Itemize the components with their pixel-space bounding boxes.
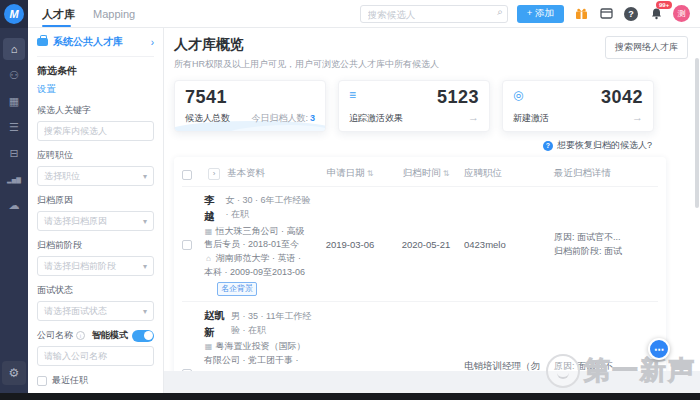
stat-card-total[interactable]: 7541 候选人总数 今日归档人数:3 (174, 80, 326, 132)
filter-settings-link[interactable]: 设置 (37, 83, 56, 96)
education-icon: ⌂ (204, 253, 213, 265)
today-archived: 今日归档人数:3 (251, 112, 315, 125)
question-icon: ? (543, 141, 553, 151)
company-input[interactable] (44, 351, 147, 361)
notifications-bell-icon[interactable]: 99+ (648, 6, 664, 22)
list-icon[interactable]: ☰ (3, 116, 25, 138)
stat-cards: 7541 候选人总数 今日归档人数:3 ≡ 5123 追踪激活效果 → (174, 80, 688, 132)
table-header-row: › 基本资料 申请日期 ⇅ 归档时间 ⇅ 应聘职位 最近归档详情 (182, 161, 658, 187)
pre-archive-stage-select[interactable]: 请选择归档前阶段 ▾ (37, 256, 154, 276)
global-search-input[interactable] (360, 5, 508, 23)
stat-value: 3042 (601, 87, 643, 108)
target-icon: ◎ (513, 89, 523, 101)
smart-mode-toggle[interactable] (132, 330, 154, 342)
user-avatar[interactable]: 测 (673, 5, 690, 22)
sort-icon[interactable]: ⇅ (367, 169, 374, 178)
footer-strip (164, 371, 700, 393)
keyword-input[interactable] (44, 126, 147, 136)
position-select[interactable]: 选择职位 ▾ (37, 166, 154, 186)
filter-position: 应聘职位 选择职位 ▾ (37, 149, 154, 186)
gift-icon[interactable] (573, 6, 589, 22)
stat-label: 追踪激活效果 (349, 112, 403, 125)
caret-down-icon: ▾ (143, 172, 147, 181)
filter-interview-status: 面试状态 请选择面试状态 ▾ (37, 284, 154, 321)
chat-bubble-button[interactable]: ⋯ (648, 338, 670, 360)
settings-gear-icon[interactable]: ⚙ (2, 361, 26, 385)
filter-panel: 系统公共人才库 › 筛选条件 设置 候选人关键字 应聘职位 选择职位 ▾ 归档原… (28, 28, 164, 393)
page-subtitle: 所有HR权限及以上用户可见，用户可浏览公共人才库中所有候选人 (174, 58, 439, 71)
info-icon: i (76, 331, 85, 340)
stat-label: 新建激活 (513, 112, 549, 125)
top-nav-tabs: 人才库 Mapping (42, 0, 135, 28)
recent-job-checkbox[interactable] (37, 376, 47, 386)
stat-value: 5123 (437, 87, 479, 108)
col-archive-detail: 最近归档详情 (554, 167, 611, 180)
topbar-actions: ⌕ + 添加 ? 99+ 测 (360, 4, 700, 24)
library-briefcase-icon (37, 38, 48, 46)
sort-icon[interactable]: ⇅ (443, 169, 450, 178)
briefcase-icon[interactable]: ⊟ (3, 142, 25, 164)
users-icon[interactable]: ⚇ (3, 64, 25, 86)
restore-archived-link[interactable]: 想要恢复归档的候选人? (557, 139, 652, 152)
filter-keyword: 候选人关键字 (37, 104, 154, 141)
tab-mapping[interactable]: Mapping (93, 0, 135, 28)
layers-icon: ≡ (349, 89, 356, 101)
col-apply-date[interactable]: 申请日期 (327, 167, 365, 180)
library-switcher[interactable]: 系统公共人才库 › (37, 35, 154, 57)
interview-status-select[interactable]: 请选择面试状态 ▾ (37, 301, 154, 321)
tab-talent-pool[interactable]: 人才库 (42, 0, 75, 28)
chevron-right-icon: › (151, 37, 154, 48)
company-icon: ▦ (204, 226, 213, 238)
global-search: ⌕ (360, 4, 508, 24)
scrollbar-thumb[interactable] (695, 58, 699, 208)
candidate-company: 恒大珠三角公司 · 高级售后专员 · 2018-01至今 (204, 226, 305, 250)
select-all-checkbox[interactable] (182, 170, 192, 180)
caret-down-icon: ▾ (143, 217, 147, 226)
app-logo[interactable]: M (0, 0, 28, 28)
restore-archived-row: ? 想要恢复归档的候选人? (174, 139, 652, 152)
page-title: 人才库概览 (174, 36, 439, 54)
filter-pre-archive-stage: 归档前阶段 请选择归档前阶段 ▾ (37, 239, 154, 276)
recent-job-filter: 最近任职 (37, 374, 154, 387)
apply-date: 2019-03-06 (312, 239, 388, 250)
archive-time: 2020-05-21 (388, 239, 464, 250)
analytics-icon[interactable]: ▂▅▇ (3, 168, 25, 190)
candidate-meta: 男 · 35 · 11年工作经验 · 在职 (231, 310, 312, 338)
main-content: 人才库概览 所有HR权限及以上用户可见，用户可浏览公共人才库中所有候选人 搜索网… (164, 28, 700, 393)
stat-card-new-activation[interactable]: ◎ 3042 新建激活 → (502, 80, 654, 132)
archive-reason-select[interactable]: 请选择归档原因 ▾ (37, 211, 154, 231)
col-archive-time[interactable]: 归档时间 (403, 167, 441, 180)
candidate-row[interactable]: 李越 女 · 30 · 6年工作经验 · 在职 ▦ 恒大珠三角公司 · 高级售后… (182, 187, 658, 302)
calendar-icon[interactable]: ▦ (3, 90, 25, 112)
stat-label: 候选人总数 (185, 112, 230, 125)
candidate-name[interactable]: 赵凯新 (204, 307, 226, 340)
arrow-right-icon[interactable]: → (468, 111, 479, 123)
logo-icon: M (4, 4, 24, 24)
applied-position: 0423melo (464, 239, 554, 250)
company-icon: ▦ (204, 341, 213, 353)
icon-rail: ⌂ ⚇ ▦ ☰ ⊟ ▂▅▇ ☁ ⚙ (0, 28, 28, 393)
stat-value: 7541 (185, 87, 315, 108)
help-icon[interactable]: ? (623, 6, 639, 22)
home-icon[interactable]: ⌂ (3, 38, 25, 60)
smart-mode-label: 智能模式 (92, 329, 128, 342)
caret-down-icon: ▾ (143, 307, 147, 316)
candidate-tag: 名企背景 (217, 282, 257, 296)
expand-all-icon[interactable]: › (208, 168, 220, 180)
notification-badge: 99+ (656, 1, 672, 9)
cloud-icon[interactable]: ☁ (3, 194, 25, 216)
arrow-right-icon[interactable]: → (632, 111, 643, 123)
bottom-bar (0, 393, 700, 400)
archive-detail: 原因: 面试官不... 归档前阶段: 面试 (554, 230, 658, 259)
add-button[interactable]: + 添加 (517, 5, 564, 23)
candidate-name[interactable]: 李越 (204, 192, 220, 225)
row-checkbox[interactable] (182, 240, 192, 250)
library-title: 系统公共人才库 (53, 35, 146, 49)
filter-archive-reason: 归档原因 请选择归档原因 ▾ (37, 194, 154, 231)
overview-header: 人才库概览 所有HR权限及以上用户可见，用户可浏览公共人才库中所有候选人 搜索网… (174, 36, 688, 71)
workbench-icon[interactable] (598, 6, 614, 22)
col-position: 应聘职位 (464, 167, 502, 180)
topbar: M 人才库 Mapping ⌕ + 添加 ? 99+ (0, 0, 700, 28)
stat-card-tracking[interactable]: ≡ 5123 追踪激活效果 → (338, 80, 490, 132)
search-network-pool-button[interactable]: 搜索网络人才库 (605, 36, 688, 59)
